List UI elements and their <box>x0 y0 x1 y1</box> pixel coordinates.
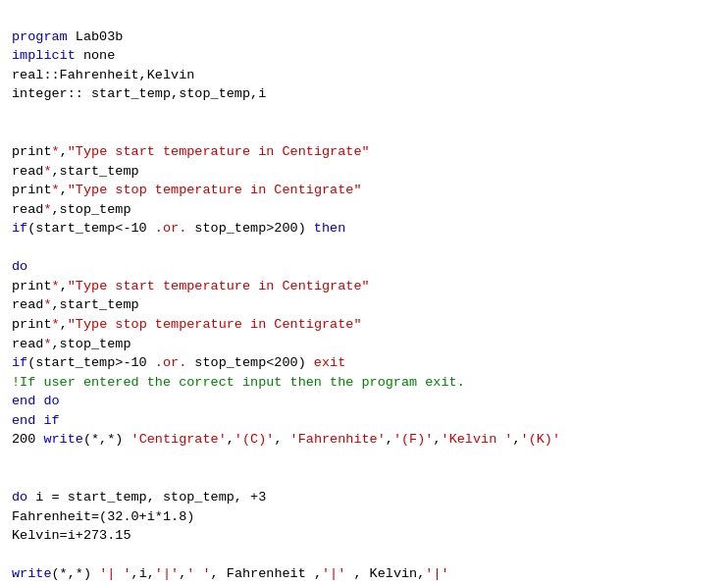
line-1: program <box>12 29 68 44</box>
code-editor: program Lab03b implicit none real::Fahre… <box>12 8 716 585</box>
